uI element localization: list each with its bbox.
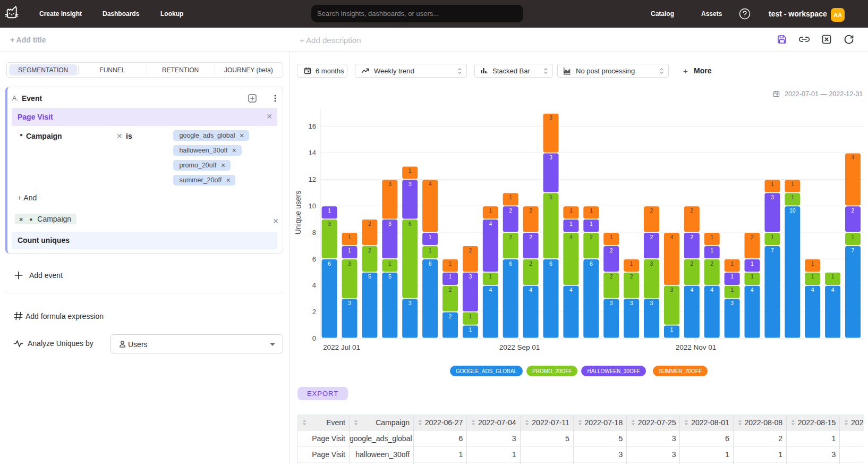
- svg-text:2: 2: [529, 260, 532, 267]
- svg-text:2: 2: [710, 260, 713, 267]
- svg-text:2: 2: [312, 308, 316, 316]
- svg-text:7: 7: [771, 247, 774, 254]
- svg-text:2: 2: [690, 207, 693, 214]
- svg-text:1: 1: [791, 194, 794, 200]
- svg-text:6: 6: [312, 255, 316, 263]
- svg-text:Unique users: Unique users: [294, 191, 302, 235]
- svg-text:4: 4: [852, 154, 855, 161]
- svg-text:3: 3: [670, 286, 673, 293]
- svg-text:7: 7: [852, 247, 855, 254]
- svg-text:3: 3: [469, 273, 472, 280]
- svg-text:4: 4: [489, 221, 492, 227]
- svg-text:1: 1: [730, 273, 734, 280]
- svg-text:3: 3: [388, 221, 392, 227]
- svg-text:1: 1: [569, 221, 573, 227]
- svg-text:1: 1: [449, 273, 452, 280]
- svg-text:2: 2: [650, 207, 653, 214]
- svg-text:3: 3: [348, 260, 351, 267]
- svg-text:1: 1: [590, 221, 593, 227]
- svg-text:4: 4: [429, 181, 432, 187]
- svg-text:3: 3: [771, 194, 774, 200]
- svg-text:6: 6: [429, 260, 432, 267]
- svg-text:1: 1: [751, 260, 754, 267]
- svg-text:4: 4: [690, 286, 693, 293]
- svg-text:3: 3: [650, 260, 653, 267]
- svg-text:5: 5: [549, 194, 552, 200]
- svg-text:4: 4: [569, 286, 573, 293]
- svg-text:4: 4: [831, 286, 835, 293]
- svg-text:1: 1: [791, 181, 794, 187]
- svg-text:2: 2: [368, 221, 371, 227]
- svg-text:1: 1: [429, 234, 432, 240]
- svg-text:2022 Nov 01: 2022 Nov 01: [676, 343, 717, 351]
- svg-text:1: 1: [509, 194, 512, 200]
- svg-text:16: 16: [309, 122, 316, 130]
- svg-text:2: 2: [630, 273, 633, 280]
- svg-text:6: 6: [409, 221, 412, 227]
- svg-text:2: 2: [852, 207, 855, 214]
- svg-text:1: 1: [710, 234, 713, 240]
- svg-text:3: 3: [348, 300, 351, 306]
- svg-text:10: 10: [309, 202, 316, 210]
- svg-text:4: 4: [312, 281, 316, 289]
- svg-text:2: 2: [590, 234, 593, 240]
- svg-text:3: 3: [409, 181, 412, 187]
- svg-text:2: 2: [690, 260, 693, 267]
- svg-text:3: 3: [610, 300, 613, 306]
- svg-text:5: 5: [388, 273, 392, 280]
- svg-text:2: 2: [690, 234, 693, 240]
- svg-text:8: 8: [312, 229, 316, 237]
- svg-text:1: 1: [771, 234, 774, 240]
- svg-text:4: 4: [751, 286, 754, 293]
- svg-text:4: 4: [710, 286, 713, 293]
- svg-text:1: 1: [710, 247, 713, 254]
- svg-text:2: 2: [509, 207, 512, 214]
- svg-text:6: 6: [549, 260, 552, 267]
- svg-text:3: 3: [650, 300, 653, 306]
- svg-text:3: 3: [730, 300, 734, 306]
- svg-text:1: 1: [630, 260, 633, 267]
- svg-text:1: 1: [348, 247, 351, 254]
- svg-text:1: 1: [469, 326, 472, 333]
- svg-text:2022 Jul 01: 2022 Jul 01: [323, 343, 360, 351]
- svg-text:0: 0: [312, 334, 316, 342]
- svg-text:3: 3: [388, 181, 392, 187]
- svg-text:3: 3: [630, 300, 633, 306]
- svg-text:2: 2: [368, 247, 371, 254]
- svg-text:14: 14: [309, 149, 316, 157]
- svg-text:4: 4: [670, 234, 673, 240]
- svg-text:1: 1: [771, 181, 774, 187]
- svg-text:2: 2: [449, 286, 452, 293]
- svg-text:3: 3: [328, 221, 331, 227]
- svg-text:1: 1: [569, 207, 573, 214]
- svg-text:4: 4: [529, 286, 532, 293]
- svg-text:1: 1: [489, 273, 492, 280]
- svg-text:5: 5: [368, 273, 371, 280]
- svg-text:1: 1: [610, 234, 613, 240]
- svg-text:4: 4: [569, 234, 573, 240]
- svg-text:2: 2: [449, 313, 452, 319]
- svg-text:10: 10: [789, 207, 796, 214]
- svg-text:1: 1: [409, 167, 412, 174]
- svg-text:1: 1: [388, 260, 392, 267]
- svg-text:3: 3: [549, 114, 552, 121]
- svg-text:1: 1: [751, 273, 754, 280]
- svg-text:2: 2: [610, 247, 613, 254]
- svg-text:1: 1: [730, 286, 734, 293]
- svg-text:6: 6: [590, 260, 593, 267]
- svg-text:2: 2: [751, 234, 754, 240]
- svg-text:1: 1: [730, 260, 734, 267]
- svg-text:1: 1: [449, 260, 452, 267]
- svg-text:3: 3: [409, 300, 412, 306]
- svg-text:4: 4: [489, 286, 492, 293]
- svg-text:2: 2: [509, 234, 512, 240]
- svg-text:2: 2: [650, 234, 653, 240]
- svg-text:1: 1: [831, 273, 835, 280]
- svg-text:2: 2: [469, 247, 472, 254]
- svg-text:1: 1: [328, 207, 331, 214]
- svg-text:1: 1: [811, 273, 814, 280]
- svg-text:4: 4: [811, 286, 814, 293]
- svg-text:1: 1: [852, 234, 855, 240]
- svg-text:1: 1: [811, 260, 814, 267]
- svg-text:12: 12: [309, 175, 316, 183]
